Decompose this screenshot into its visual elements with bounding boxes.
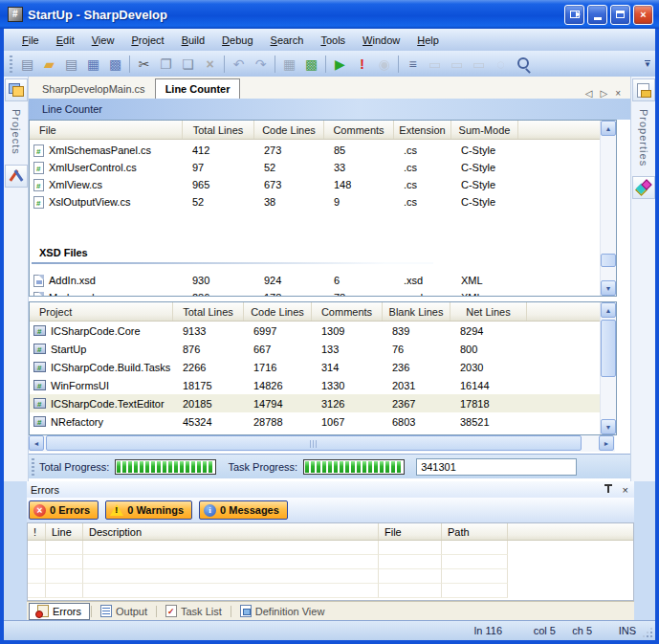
prev-tab-button[interactable]: ◁: [582, 88, 597, 99]
close-tab-button[interactable]: ×: [611, 88, 625, 99]
title-bar[interactable]: StartUp - SharpDevelop ×: [0, 0, 659, 29]
errors-column-file[interactable]: File: [379, 523, 442, 540]
format-icon[interactable]: ≡: [402, 54, 424, 75]
column-header-code-lines[interactable]: Code Lines: [254, 121, 324, 139]
strip-grip[interactable]: [32, 458, 34, 476]
menu-view[interactable]: View: [83, 32, 123, 49]
table-row[interactable]: WinFormsUI18175148261330203116144: [30, 376, 600, 394]
classes-panel-button[interactable]: [632, 176, 655, 199]
fi-cs-icon: [33, 179, 44, 191]
row-value: XML: [451, 292, 518, 296]
scrollbar-thumb[interactable]: [46, 435, 582, 451]
new-file-icon[interactable]: ▤: [16, 54, 38, 75]
properties-tab-label[interactable]: Properties: [638, 109, 649, 167]
tools-panel-button[interactable]: [5, 165, 28, 188]
toolbar-overflow-button[interactable]: ▼: [642, 53, 653, 76]
menu-search[interactable]: Search: [262, 32, 313, 49]
build-all-icon[interactable]: ▩: [300, 54, 322, 75]
table-row[interactable]: XmlUserControl.cs975233.csC-Style: [30, 159, 600, 176]
column-header-comments[interactable]: Comments: [324, 121, 394, 139]
copy-icon[interactable]: ❐: [155, 54, 177, 75]
table-row-partial[interactable]: [30, 431, 600, 434]
scroll-right-button[interactable]: ►: [599, 435, 614, 451]
scroll-left-button[interactable]: ◄: [29, 435, 44, 451]
panel-tab-errors[interactable]: Errors: [29, 603, 90, 620]
pin-icon[interactable]: [603, 484, 613, 495]
undo-icon[interactable]: ↶: [228, 54, 250, 75]
table-row[interactable]: XmlView.cs965673148.csC-Style: [30, 176, 600, 193]
maximize-button[interactable]: [610, 5, 630, 25]
errors-column-line[interactable]: Line: [46, 523, 83, 540]
build-icon[interactable]: ▦: [278, 54, 300, 75]
scrollbar-thumb[interactable]: [601, 320, 616, 377]
save-icon[interactable]: ▦: [82, 54, 104, 75]
minimize-button[interactable]: [587, 5, 607, 25]
scrollbar-thumb[interactable]: [601, 254, 616, 267]
files-table-scrollbar[interactable]: ▲ ▼: [600, 121, 616, 296]
column-header-sum-mode[interactable]: Sum-Mode: [451, 121, 518, 139]
rollout-button[interactable]: [564, 5, 584, 25]
table-row[interactable]: NRefactory45324287881067680338521: [30, 412, 600, 431]
projects-table-scrollbar[interactable]: ▲ ▼: [600, 302, 616, 434]
errors-column-description[interactable]: Description: [83, 523, 379, 540]
paste-icon[interactable]: ❏: [177, 54, 199, 75]
next-tab-button[interactable]: ▷: [596, 88, 611, 99]
save-all-icon[interactable]: ▩: [104, 54, 126, 75]
0-errors-button[interactable]: 0 Errors: [29, 500, 99, 520]
panel-tab-output[interactable]: Output: [93, 603, 155, 620]
column-header-code-lines[interactable]: Code Lines: [244, 302, 312, 321]
table-row[interactable]: XslOutputView.cs52389.csC-Style: [30, 193, 600, 211]
table-row[interactable]: ICSharpCode.Core9133699713098398294: [30, 322, 600, 340]
menu-help[interactable]: Help: [408, 32, 448, 49]
table-row[interactable]: StartUp87666713376800: [30, 340, 600, 358]
table-row[interactable]: XmlSchemasPanel.cs41227385.csC-Style: [30, 142, 600, 159]
table-row[interactable]: ICSharpCode.Build.Tasks22661716314236203…: [30, 358, 600, 376]
tab-line-counter[interactable]: Line Counter: [155, 78, 241, 99]
menu-edit[interactable]: Edit: [48, 32, 83, 49]
abort-icon[interactable]: !: [351, 54, 373, 75]
errors-column-path[interactable]: Path: [442, 523, 508, 540]
run-icon[interactable]: ▶: [329, 54, 351, 75]
column-header-net-lines[interactable]: Net Lines: [450, 302, 527, 321]
column-header-extension[interactable]: Extension: [394, 121, 451, 139]
toolbar-grip[interactable]: [10, 56, 12, 73]
table-row[interactable]: AddIn.xsd9309246.xsdXML: [30, 272, 600, 289]
open-icon[interactable]: ▰: [38, 54, 60, 75]
column-header-project[interactable]: Project: [30, 302, 173, 321]
redo-icon[interactable]: ↷: [250, 54, 272, 75]
menu-build[interactable]: Build: [173, 32, 213, 49]
column-header-file[interactable]: File: [30, 121, 183, 139]
panel-tab-task-list[interactable]: Task List: [158, 603, 230, 620]
scroll-up-button[interactable]: ▲: [601, 121, 616, 136]
column-header-comments[interactable]: Comments: [312, 302, 383, 321]
menu-file[interactable]: File: [13, 32, 48, 49]
table-row[interactable]: Mode.xsd28617878.xsdXML: [30, 289, 600, 296]
projects-tab-label[interactable]: Projects: [11, 109, 22, 155]
column-header-blank-lines[interactable]: Blank Lines: [383, 302, 450, 321]
menu-tools[interactable]: Tools: [312, 32, 354, 49]
properties-panel-button[interactable]: [632, 78, 655, 101]
0-warnings-button[interactable]: 0 Warnings: [105, 500, 192, 520]
projects-panel-button[interactable]: [5, 78, 28, 101]
column-header-total-lines[interactable]: Total Lines: [183, 121, 254, 139]
errors-column--[interactable]: !: [28, 523, 46, 540]
save-as-icon[interactable]: ▤: [60, 54, 82, 75]
close-button[interactable]: ×: [633, 5, 653, 25]
menu-window[interactable]: Window: [354, 32, 408, 49]
resize-grip[interactable]: [650, 635, 652, 637]
delete-icon[interactable]: ×: [199, 54, 221, 75]
column-header-total-lines[interactable]: Total Lines: [173, 302, 244, 321]
cut-icon[interactable]: ✂: [133, 54, 155, 75]
scroll-up-button[interactable]: ▲: [601, 302, 616, 318]
menu-project[interactable]: Project: [122, 32, 172, 49]
table-row[interactable]: ICSharpCode.TextEditor201851479431262367…: [30, 394, 600, 412]
scroll-down-button[interactable]: ▼: [601, 419, 616, 434]
search-icon[interactable]: [512, 54, 534, 75]
panel-tab-definition-view[interactable]: Definition View: [232, 603, 333, 620]
panel-close-button[interactable]: ×: [621, 484, 630, 496]
0-messages-button[interactable]: 0 Messages: [199, 500, 288, 520]
menu-debug[interactable]: Debug: [213, 32, 261, 49]
tab-sharpdevelopmain-cs[interactable]: SharpDevelopMain.cs: [33, 79, 155, 99]
scroll-down-button[interactable]: ▼: [601, 280, 616, 296]
horizontal-scrollbar[interactable]: ◄ ►: [29, 435, 615, 452]
